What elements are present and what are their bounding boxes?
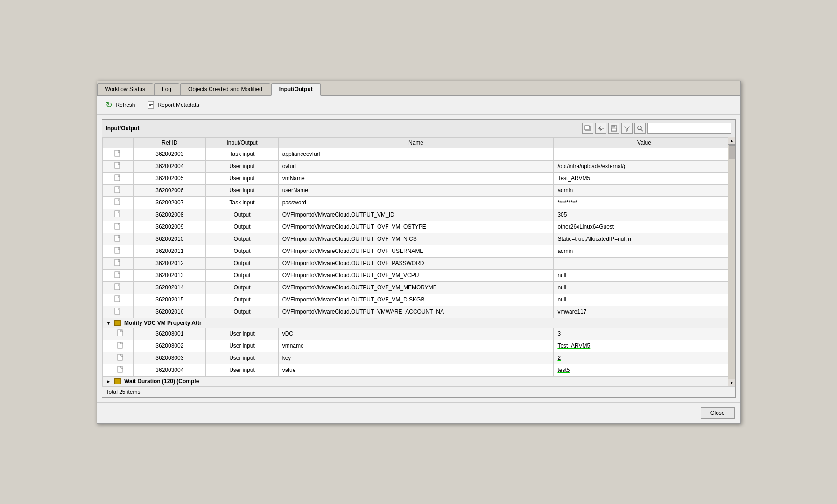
col-header-name[interactable]: Name <box>278 137 554 148</box>
save-tool-button[interactable] <box>608 123 619 134</box>
row-icon-cell <box>102 352 134 364</box>
io-panel: Input/Output <box>102 119 736 398</box>
table-row[interactable]: 362002012 Output OVFImporttoVMwareCloud.… <box>102 257 735 269</box>
row-io-type: Output <box>206 269 278 281</box>
row-io-type: Task input <box>206 148 278 160</box>
folder-icon <box>114 378 121 384</box>
row-refid: 362003001 <box>134 328 206 340</box>
close-button[interactable]: Close <box>701 407 735 419</box>
row-refid: 362002012 <box>134 257 206 269</box>
svg-rect-2 <box>149 104 153 105</box>
row-io-type: User input <box>206 340 278 352</box>
copy-tool-button[interactable] <box>582 123 593 134</box>
tab-workflow-status[interactable]: Workflow Status <box>97 83 153 95</box>
row-refid: 362002004 <box>134 160 206 172</box>
table-row[interactable]: 362002013 Output OVFImporttoVMwareCloud.… <box>102 269 735 281</box>
col-header-refid[interactable]: Ref ID <box>134 137 206 148</box>
table-row[interactable]: 362002003 Task input applianceovfurl <box>102 148 735 160</box>
settings-tool-button[interactable] <box>595 123 606 134</box>
footer: Close <box>97 402 740 423</box>
row-io-type: User input <box>206 364 278 376</box>
row-icon-cell <box>102 148 134 160</box>
table-row[interactable]: 362002007 Task input password ********* <box>102 196 735 209</box>
row-name: OVFImporttoVMwareCloud.OUTPUT_OVF_VM_OST… <box>278 221 554 233</box>
row-name: OVFImporttoVMwareCloud.OUTPUT_OVF_USERNA… <box>278 245 554 257</box>
toolbar: ↻ Refresh Report Metadata <box>97 96 740 115</box>
row-value: admin <box>554 245 735 257</box>
row-io-type: Output <box>206 257 278 269</box>
svg-point-16 <box>638 126 641 130</box>
tab-log[interactable]: Log <box>154 83 179 95</box>
table-row[interactable]: 362002016 Output OVFImporttoVMwareCloud.… <box>102 306 735 318</box>
scroll-thumb[interactable] <box>729 145 735 159</box>
scrollbar[interactable]: ▲ ▼ <box>728 137 735 386</box>
table-row[interactable]: 362002011 Output OVFImporttoVMwareCloud.… <box>102 245 735 257</box>
row-value: admin <box>554 184 735 196</box>
row-value: Test_ARVM5 <box>554 172 735 184</box>
row-name: vmname <box>278 340 554 352</box>
table-row[interactable]: 362003004 User input value test5 <box>102 364 735 376</box>
row-io-type: User input <box>206 160 278 172</box>
row-value: Static=true,AllocatedIP=null,n <box>554 233 735 245</box>
row-name: value <box>278 364 554 376</box>
table-row[interactable]: 362002015 Output OVFImporttoVMwareCloud.… <box>102 294 735 306</box>
filter-tool-button[interactable] <box>621 123 633 134</box>
svg-rect-14 <box>612 128 616 131</box>
tab-objects-created[interactable]: Objects Created and Modified <box>180 83 270 95</box>
row-icon-cell <box>102 257 134 269</box>
report-metadata-button[interactable]: Report Metadata <box>145 99 201 111</box>
row-name: ovfurl <box>278 160 554 172</box>
search-tool-button[interactable] <box>634 123 646 134</box>
collapse-icon[interactable]: ▼ <box>106 321 111 326</box>
group-row[interactable]: ▼ Modify VDC VM Property Attr <box>102 318 735 328</box>
row-refid: 362002003 <box>134 148 206 160</box>
row-icon-cell <box>102 209 134 221</box>
table-row[interactable]: 362002006 User input userName admin <box>102 184 735 196</box>
row-refid: 362002010 <box>134 233 206 245</box>
row-refid: 362002014 <box>134 281 206 294</box>
row-icon-cell <box>102 269 134 281</box>
expand-icon[interactable]: ► <box>106 379 111 384</box>
scroll-up-button[interactable]: ▲ <box>728 137 735 145</box>
table-row[interactable]: 362002010 Output OVFImporttoVMwareCloud.… <box>102 233 735 245</box>
row-refid: 362003004 <box>134 364 206 376</box>
row-name: OVFImporttoVMwareCloud.OUTPUT_VM_ID <box>278 209 554 221</box>
svg-rect-5 <box>585 126 589 130</box>
row-io-type: Output <box>206 281 278 294</box>
row-icon-cell <box>102 196 134 209</box>
svg-marker-15 <box>624 126 630 131</box>
row-value: null <box>554 269 735 281</box>
row-icon-cell <box>102 364 134 376</box>
table-row[interactable]: 362003001 User input vDC 3 <box>102 328 735 340</box>
scroll-down-button[interactable]: ▼ <box>728 379 735 386</box>
row-refid: 362002005 <box>134 172 206 184</box>
table-row[interactable]: 362002005 User input vmName Test_ARVM5 <box>102 172 735 184</box>
next-group-row[interactable]: ► Wait Duration (120) (Comple <box>102 376 735 386</box>
scroll-track <box>728 145 735 379</box>
col-header-value[interactable]: Value <box>554 137 735 148</box>
table-row[interactable]: 362002009 Output OVFImporttoVMwareCloud.… <box>102 221 735 233</box>
table-row[interactable]: 362002008 Output OVFImporttoVMwareCloud.… <box>102 209 735 221</box>
col-header-io[interactable]: Input/Output <box>206 137 278 148</box>
row-refid: 362003003 <box>134 352 206 364</box>
row-icon-cell <box>102 245 134 257</box>
row-value: 2 <box>554 352 735 364</box>
row-name: OVFImporttoVMwareCloud.OUTPUT_OVF_PASSWO… <box>278 257 554 269</box>
tab-input-output[interactable]: Input/Output <box>271 83 321 96</box>
row-icon-cell <box>102 294 134 306</box>
table-row[interactable]: 362002014 Output OVFImporttoVMwareCloud.… <box>102 281 735 294</box>
row-refid: 362002008 <box>134 209 206 221</box>
refresh-button[interactable]: ↻ Refresh <box>103 99 137 111</box>
row-icon-cell <box>102 306 134 318</box>
table-row[interactable]: 362002004 User input ovfurl /opt/infra/u… <box>102 160 735 172</box>
row-value <box>554 148 735 160</box>
table-row[interactable]: 362003003 User input key 2 <box>102 352 735 364</box>
table-row[interactable]: 362003002 User input vmname Test_ARVM5 <box>102 340 735 352</box>
row-icon-cell <box>102 160 134 172</box>
row-value: 3 <box>554 328 735 340</box>
row-name: OVFImporttoVMwareCloud.OUTPUT_OVF_VM_VCP… <box>278 269 554 281</box>
row-io-type: User input <box>206 328 278 340</box>
report-metadata-label: Report Metadata <box>158 102 199 108</box>
row-icon-cell <box>102 184 134 196</box>
search-input[interactable] <box>647 123 731 134</box>
